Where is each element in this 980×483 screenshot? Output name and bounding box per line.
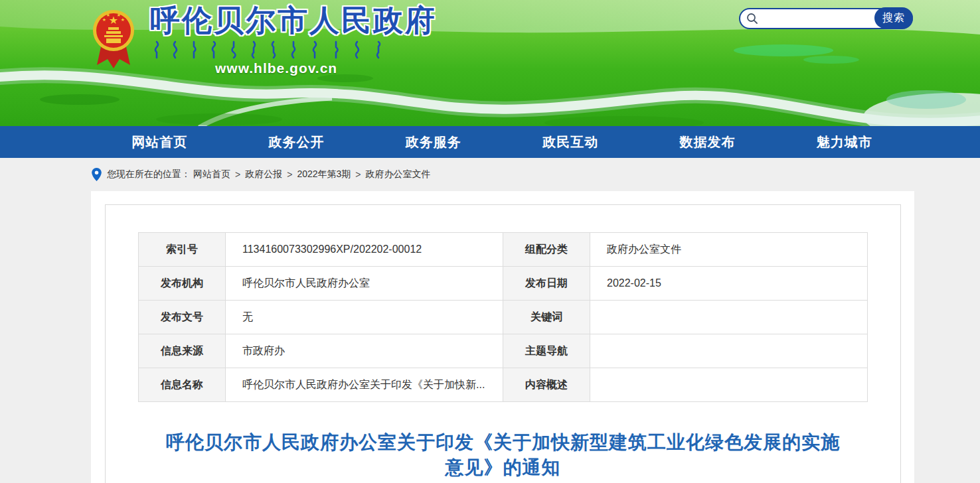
nav-item-city-charm[interactable]: 魅力城市	[776, 126, 913, 158]
site-brand: ★ ★ ★ ★ ★ 呼伦贝尔市人民政府	[92, 3, 437, 76]
site-url: www.hlbe.gov.cn	[215, 60, 437, 76]
nav-item-data[interactable]: 数据发布	[639, 126, 776, 158]
brand-text: 呼伦贝尔市人民政府	[150, 3, 437, 76]
nav-item-interaction[interactable]: 政民互动	[502, 126, 639, 158]
breadcrumb-item-home[interactable]: 网站首页	[193, 169, 230, 180]
meta-label: 信息来源	[139, 334, 226, 368]
breadcrumb-separator: >	[235, 169, 240, 180]
search-button[interactable]: 搜索	[874, 7, 913, 29]
meta-label: 发布文号	[139, 301, 226, 334]
meta-label: 索引号	[139, 233, 226, 267]
meta-label: 主题导航	[503, 334, 590, 368]
search-input[interactable]	[758, 13, 874, 24]
svg-text:★: ★	[121, 17, 125, 22]
article-title: 呼伦贝尔市人民政府办公室关于印发《关于加快新型建筑工业化绿色发展的实施意见》的通…	[164, 430, 842, 480]
mongolian-script	[153, 40, 393, 59]
table-row: 发布机构 呼伦贝尔市人民政府办公室 发布日期 2022-02-15	[139, 267, 868, 301]
svg-text:★: ★	[117, 13, 121, 17]
meta-value: 呼伦贝尔市人民政府办公室	[226, 267, 503, 301]
main-nav-items: 网站首页 政务公开 政务服务 政民互动 数据发布 魅力城市	[91, 126, 913, 158]
svg-text:★: ★	[106, 13, 110, 17]
breadcrumb-separator: >	[355, 169, 361, 180]
meta-label: 发布日期	[503, 267, 590, 301]
breadcrumb: 您现在所在的位置： 网站首页 > 政府公报 > 2022年第3期 > 政府办公室…	[0, 158, 980, 191]
table-row: 信息来源 市政府办 主题导航	[139, 334, 868, 368]
meta-label: 关键词	[503, 301, 590, 334]
meta-value: 政府办公室文件	[590, 233, 868, 267]
table-row: 发布文号 无 关键词	[139, 301, 868, 334]
document-meta-table: 索引号 1134160073302996XP/202202-00012 组配分类…	[138, 232, 868, 402]
meta-value: 呼伦贝尔市人民政府办公室关于印发《关于加快新...	[226, 368, 503, 402]
meta-value: 2022-02-15	[590, 267, 868, 301]
breadcrumb-separator: >	[287, 169, 292, 180]
nav-item-gov-service[interactable]: 政务服务	[365, 126, 502, 158]
table-row: 信息名称 呼伦贝尔市人民政府办公室关于印发《关于加快新... 内容概述	[139, 368, 868, 402]
meta-label: 组配分类	[503, 233, 590, 267]
meta-label: 发布机构	[139, 267, 226, 301]
meta-value	[590, 334, 868, 368]
meta-label: 信息名称	[139, 368, 226, 402]
meta-value: 市政府办	[226, 334, 503, 368]
page: ★ ★ ★ ★ ★ 呼伦贝尔市人民政府	[0, 0, 980, 483]
nav-item-gov-info[interactable]: 政务公开	[228, 126, 365, 158]
breadcrumb-item-issue[interactable]: 2022年第3期	[297, 169, 351, 180]
breadcrumb-item-doc-type[interactable]: 政府办公室文件	[366, 169, 431, 180]
nav-item-home[interactable]: 网站首页	[91, 126, 228, 158]
main-nav: 网站首页 政务公开 政务服务 政民互动 数据发布 魅力城市	[0, 126, 980, 158]
location-pin-icon	[92, 168, 102, 181]
meta-value	[590, 301, 868, 334]
meta-value: 无	[226, 301, 503, 334]
meta-value	[590, 368, 868, 402]
site-title: 呼伦贝尔市人民政府	[150, 3, 437, 38]
search-icon	[746, 13, 758, 25]
meta-value: 1134160073302996XP/202202-00012	[226, 233, 503, 267]
svg-text:★: ★	[102, 17, 106, 22]
breadcrumb-item-gazette[interactable]: 政府公报	[245, 169, 282, 180]
meta-label: 内容概述	[503, 368, 590, 402]
table-row: 索引号 1134160073302996XP/202202-00012 组配分类…	[139, 233, 868, 267]
breadcrumb-prefix: 您现在所在的位置：	[107, 169, 191, 180]
content-card: 索引号 1134160073302996XP/202202-00012 组配分类…	[91, 191, 914, 483]
site-banner: ★ ★ ★ ★ ★ 呼伦贝尔市人民政府	[0, 0, 980, 126]
national-emblem-icon: ★ ★ ★ ★ ★	[92, 5, 135, 72]
search-bar: 搜索	[739, 8, 913, 29]
content-inner-box: 索引号 1134160073302996XP/202202-00012 组配分类…	[105, 204, 901, 483]
